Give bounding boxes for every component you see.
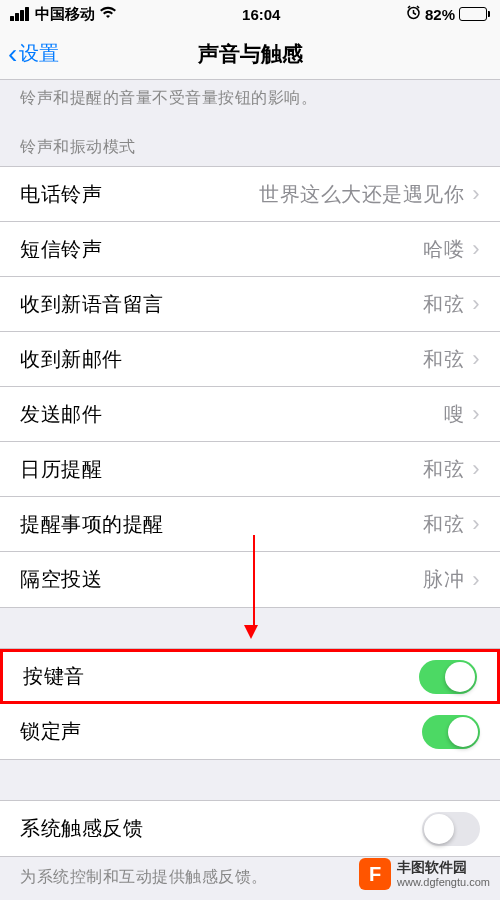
- row-label: 系统触感反馈: [20, 815, 143, 842]
- chevron-right-icon: ›: [472, 291, 480, 317]
- chevron-right-icon: ›: [472, 346, 480, 372]
- row-voicemail[interactable]: 收到新语音留言 和弦›: [0, 277, 500, 332]
- row-label: 隔空投送: [20, 566, 102, 593]
- row-label: 收到新语音留言: [20, 291, 164, 318]
- row-label: 电话铃声: [20, 181, 102, 208]
- toggle-list-2: 系统触感反馈: [0, 800, 500, 857]
- signal-icon: [10, 7, 29, 21]
- battery-icon: [459, 7, 490, 21]
- back-label: 设置: [19, 40, 59, 67]
- row-phone-ringtone[interactable]: 电话铃声 世界这么大还是遇见你›: [0, 167, 500, 222]
- toggle-keyboard-clicks[interactable]: [419, 660, 477, 694]
- volume-description: 铃声和提醒的音量不受音量按钮的影响。: [0, 80, 500, 119]
- row-value: 和弦›: [423, 456, 480, 483]
- row-label: 短信铃声: [20, 236, 102, 263]
- status-left: 中国移动: [10, 5, 117, 24]
- toggle-list-1: 按键音 锁定声: [0, 648, 500, 760]
- watermark: F 丰图软件园 www.dgfengtu.com: [359, 858, 490, 890]
- row-label: 锁定声: [20, 718, 82, 745]
- content-scroll[interactable]: 铃声和提醒的音量不受音量按钮的影响。 铃声和振动模式 电话铃声 世界这么大还是遇…: [0, 80, 500, 900]
- row-value: 哈喽›: [423, 236, 480, 263]
- watermark-url: www.dgfengtu.com: [397, 876, 490, 889]
- row-value: 世界这么大还是遇见你›: [259, 181, 480, 208]
- chevron-left-icon: ‹: [8, 40, 17, 68]
- toggle-lock-sound[interactable]: [422, 715, 480, 749]
- nav-bar: ‹ 设置 声音与触感: [0, 28, 500, 80]
- row-lock-sound: 锁定声: [0, 704, 500, 759]
- toggle-system-haptics[interactable]: [422, 812, 480, 846]
- row-calendar-alert[interactable]: 日历提醒 和弦›: [0, 442, 500, 497]
- row-value: 和弦›: [423, 511, 480, 538]
- chevron-right-icon: ›: [472, 401, 480, 427]
- row-airdrop[interactable]: 隔空投送 脉冲›: [0, 552, 500, 607]
- watermark-logo-icon: F: [359, 858, 391, 890]
- page-title: 声音与触感: [198, 40, 303, 68]
- row-value: 嗖›: [444, 401, 480, 428]
- row-value: 脉冲›: [423, 566, 480, 593]
- chevron-right-icon: ›: [472, 181, 480, 207]
- row-text-tone[interactable]: 短信铃声 哈喽›: [0, 222, 500, 277]
- chevron-right-icon: ›: [472, 236, 480, 262]
- wifi-icon: [99, 6, 117, 23]
- row-new-mail[interactable]: 收到新邮件 和弦›: [0, 332, 500, 387]
- row-sent-mail[interactable]: 发送邮件 嗖›: [0, 387, 500, 442]
- row-label: 收到新邮件: [20, 346, 123, 373]
- watermark-name: 丰图软件园: [397, 859, 490, 876]
- row-label: 按键音: [23, 663, 85, 690]
- alarm-icon: [406, 5, 421, 23]
- chevron-right-icon: ›: [472, 456, 480, 482]
- chevron-right-icon: ›: [472, 511, 480, 537]
- status-right: 82%: [406, 5, 490, 23]
- row-keyboard-clicks: 按键音: [0, 649, 500, 704]
- battery-pct: 82%: [425, 6, 455, 23]
- carrier-label: 中国移动: [35, 5, 95, 24]
- row-value: 和弦›: [423, 291, 480, 318]
- row-label: 发送邮件: [20, 401, 102, 428]
- row-system-haptics: 系统触感反馈: [0, 801, 500, 856]
- status-bar: 中国移动 16:04 82%: [0, 0, 500, 28]
- row-reminder-alert[interactable]: 提醒事项的提醒 和弦›: [0, 497, 500, 552]
- row-label: 提醒事项的提醒: [20, 511, 164, 538]
- sound-list: 电话铃声 世界这么大还是遇见你› 短信铃声 哈喽› 收到新语音留言 和弦› 收到…: [0, 166, 500, 608]
- row-label: 日历提醒: [20, 456, 102, 483]
- row-value: 和弦›: [423, 346, 480, 373]
- section-header-sounds: 铃声和振动模式: [0, 119, 500, 166]
- chevron-right-icon: ›: [472, 567, 480, 593]
- status-time: 16:04: [242, 6, 280, 23]
- back-button[interactable]: ‹ 设置: [8, 40, 59, 68]
